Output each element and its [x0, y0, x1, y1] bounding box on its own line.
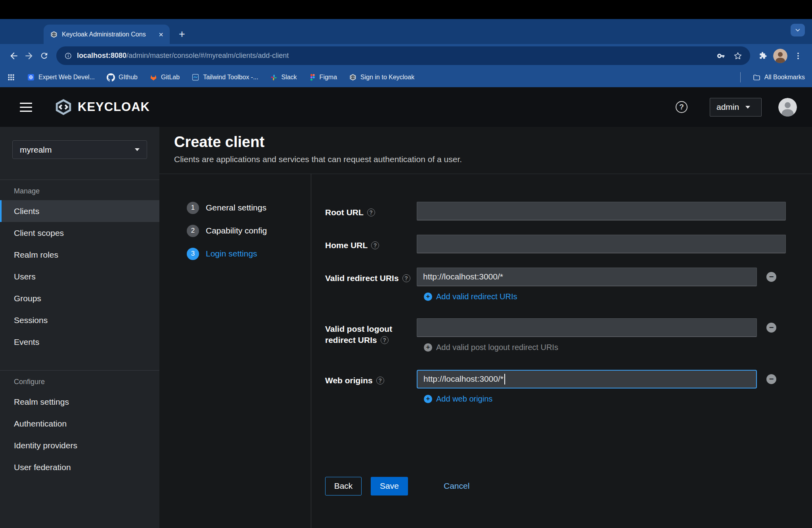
sidebar-item-user-federation[interactable]: User federation: [0, 456, 159, 478]
home-url-input[interactable]: [417, 235, 786, 253]
extensions-button[interactable]: [755, 51, 770, 60]
back-button[interactable]: Back: [325, 477, 362, 495]
sidebar-item-authentication[interactable]: Authentication: [0, 413, 159, 434]
sidebar-item-users[interactable]: Users: [0, 266, 159, 287]
bookmark-keycloak-signin[interactable]: Sign in to Keycloak: [349, 73, 414, 81]
chevron-down-icon: [135, 148, 140, 151]
remove-post-logout-uri-button[interactable]: [766, 323, 776, 333]
post-logout-uri-input[interactable]: [417, 318, 757, 337]
page-title: Create client: [174, 134, 796, 151]
help-icon[interactable]: [381, 336, 389, 344]
add-web-origin-label: Add web origins: [436, 394, 492, 404]
step-label: General settings: [206, 203, 266, 212]
tab-search-chevron-button[interactable]: [791, 24, 805, 36]
browser-tab[interactable]: Keycloak Administration Cons: [44, 25, 170, 44]
help-icon[interactable]: [376, 377, 384, 385]
sidebar-item-sessions[interactable]: Sessions: [0, 309, 159, 331]
bookmark-github[interactable]: GIthub: [107, 73, 138, 82]
remove-web-origin-button[interactable]: [766, 374, 776, 384]
forward-button[interactable]: [21, 51, 36, 61]
bookmark-slack[interactable]: Slack: [270, 74, 297, 81]
tab-close-icon[interactable]: [159, 31, 163, 38]
step-general-settings[interactable]: 1 General settings: [187, 202, 311, 214]
help-icon[interactable]: [402, 274, 410, 282]
step-label: Login settings: [206, 249, 257, 258]
add-redirect-uri-label: Add valid redirect URIs: [436, 292, 517, 301]
user-avatar[interactable]: [778, 98, 797, 117]
bookmarks-bar: Expert Web Devel... GIthub GitLab Tailwi…: [0, 67, 812, 87]
reload-icon: [40, 51, 49, 60]
web-origins-input[interactable]: http://localhost:3000/*: [417, 370, 757, 388]
url-host: localhost:8080: [77, 52, 126, 59]
sidebar-item-identity-providers[interactable]: Identity providers: [0, 434, 159, 456]
web-origins-field: Web origins http://localhost:3000/* Add …: [325, 370, 812, 404]
step-number: 2: [187, 225, 199, 237]
bookmark-expert-web-dev[interactable]: Expert Web Devel...: [27, 73, 95, 81]
sidebar-item-client-scopes[interactable]: Client scopes: [0, 222, 159, 244]
web-origins-label: Web origins: [325, 375, 373, 386]
bookmark-tailwind-toolbox[interactable]: Tailwind Toolbox -...: [192, 73, 258, 81]
back-button[interactable]: [6, 51, 21, 61]
toolbox-favicon-icon: [192, 73, 199, 81]
gitlab-icon: [149, 73, 157, 81]
browser-profile-avatar[interactable]: [773, 49, 787, 63]
root-url-input[interactable]: [417, 202, 786, 220]
sidebar-item-groups[interactable]: Groups: [0, 287, 159, 309]
add-post-logout-uri-label: Add valid post logout redirect URIs: [436, 343, 558, 352]
sidebar-item-clients[interactable]: Clients: [0, 200, 159, 222]
keycloak-brand[interactable]: KEYCLOAK: [54, 98, 150, 116]
add-web-origin-link[interactable]: Add web origins: [424, 394, 812, 404]
user-menu-label: admin: [716, 102, 739, 112]
step-capability-config[interactable]: 2 Capability config: [187, 225, 311, 237]
configure-section: Configure Realm settings Authentication …: [0, 370, 159, 478]
section-label-manage: Manage: [14, 187, 159, 195]
section-label-configure: Configure: [14, 378, 159, 386]
remove-redirect-uri-button[interactable]: [766, 272, 776, 282]
password-manager-button[interactable]: [717, 52, 726, 60]
bookmark-label: GIthub: [119, 74, 138, 81]
url-text[interactable]: localhost:8080/admin/master/console/#/my…: [77, 52, 709, 60]
site-info-icon[interactable]: [64, 52, 72, 60]
step-login-settings[interactable]: 3 Login settings: [187, 248, 311, 260]
chevron-down-icon: [794, 27, 801, 34]
post-logout-label-line2: redirect URIs: [325, 335, 377, 346]
sidebar-item-realm-roles[interactable]: Realm roles: [0, 244, 159, 266]
forward-arrow-icon: [24, 51, 34, 61]
realm-selector[interactable]: myrealm: [12, 140, 147, 159]
user-menu-dropdown[interactable]: admin: [710, 98, 762, 117]
bookmark-label: Tailwind Toolbox -...: [203, 74, 258, 81]
cancel-button[interactable]: Cancel: [444, 477, 469, 495]
home-url-field: Home URL: [325, 235, 812, 253]
new-tab-button[interactable]: [175, 27, 189, 41]
help-icon[interactable]: [676, 101, 688, 113]
help-icon[interactable]: [371, 241, 379, 249]
hamburger-menu-icon[interactable]: [20, 103, 32, 112]
github-icon: [107, 73, 115, 82]
bookmark-star-button[interactable]: [733, 52, 742, 60]
bookmark-figma[interactable]: Figma: [309, 73, 337, 81]
browser-menu-button[interactable]: [791, 52, 806, 60]
add-post-logout-uri-link[interactable]: Add valid post logout redirect URIs: [424, 343, 812, 352]
globe-favicon-icon: [27, 73, 35, 81]
keycloak-favicon-icon: [349, 73, 357, 81]
reload-button[interactable]: [36, 51, 52, 60]
macos-menu-bar: [0, 0, 812, 19]
slack-icon: [270, 74, 278, 81]
help-icon[interactable]: [367, 209, 375, 216]
address-bar[interactable]: localhost:8080/admin/master/console/#/my…: [56, 46, 750, 65]
save-button[interactable]: Save: [371, 477, 408, 495]
kebab-menu-icon: [794, 52, 802, 60]
bookmark-gitlab[interactable]: GitLab: [149, 73, 180, 81]
sidebar-item-realm-settings[interactable]: Realm settings: [0, 391, 159, 413]
apps-grid-icon[interactable]: [7, 73, 15, 81]
valid-redirect-uri-input[interactable]: http://localhost:3000/*: [417, 268, 757, 286]
sidebar-item-events[interactable]: Events: [0, 331, 159, 353]
main-content: Create client Clients are applications a…: [159, 127, 812, 528]
plus-circle-icon: [424, 293, 432, 301]
bookmark-label: Figma: [320, 74, 337, 81]
star-icon: [733, 52, 742, 60]
post-logout-label-line1: Valid post logout: [325, 323, 417, 335]
home-url-label: Home URL: [325, 240, 368, 251]
add-redirect-uri-link[interactable]: Add valid redirect URIs: [424, 292, 812, 301]
all-bookmarks-button[interactable]: All Bookmarks: [753, 73, 805, 82]
